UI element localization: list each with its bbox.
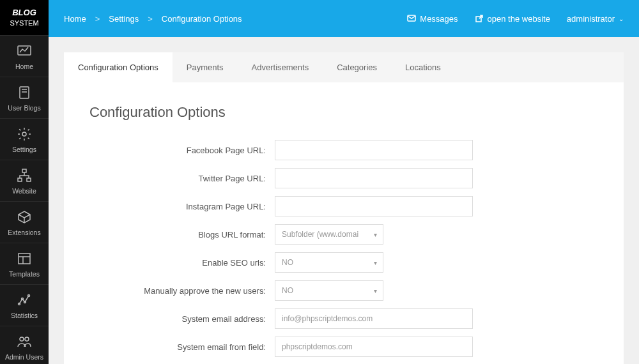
approve-users-select[interactable]: NO: [275, 280, 383, 301]
seo-urls-select[interactable]: NO: [275, 252, 383, 273]
svg-rect-6: [18, 178, 22, 181]
sidebar-item-statistics[interactable]: Statistics: [0, 284, 49, 326]
sitemap-icon: [17, 168, 32, 183]
instagram-url-input[interactable]: [275, 196, 473, 216]
svg-rect-5: [22, 169, 26, 172]
sidebar-item-user-blogs[interactable]: User Blogs: [0, 77, 49, 118]
sidebar-item-label: User Blogs: [8, 104, 40, 112]
label-approve: Manually approve the new users:: [89, 286, 275, 296]
label-from: System email from field:: [89, 342, 275, 352]
svg-rect-8: [19, 254, 30, 264]
box-icon: [17, 209, 32, 225]
sidebar-item-label: Statistics: [11, 312, 38, 319]
chart-icon: [17, 43, 32, 59]
facebook-url-input[interactable]: [275, 140, 473, 160]
blogs-icon: [17, 85, 32, 100]
svg-rect-7: [27, 178, 31, 181]
gear-icon: [17, 126, 32, 142]
users-icon: [17, 334, 32, 349]
breadcrumb-home[interactable]: Home: [64, 14, 86, 24]
svg-point-16: [25, 337, 29, 341]
svg-point-15: [20, 337, 24, 341]
tab-categories[interactable]: Categories: [323, 52, 391, 82]
blogs-format-select[interactable]: Subfolder (www.domai: [275, 224, 383, 245]
tab-payments[interactable]: Payments: [173, 52, 238, 82]
sidebar-item-label: Website: [12, 187, 36, 195]
tabs: Configuration Options Payments Advertise…: [64, 52, 624, 82]
message-icon: [407, 14, 416, 23]
label-email: System email address:: [89, 314, 275, 324]
sidebar-item-label: Extensions: [8, 229, 40, 236]
sidebar-item-label: Templates: [9, 270, 40, 278]
chevron-down-icon: ⌄: [619, 15, 624, 22]
sidebar-item-label: Home: [15, 63, 33, 70]
label-facebook: Facebook Page URL:: [89, 146, 275, 155]
stats-icon: [17, 292, 32, 308]
sidebar-item-templates[interactable]: Templates: [0, 243, 49, 284]
sidebar-item-website[interactable]: Website: [0, 160, 49, 201]
breadcrumb-current: Configuration Options: [162, 14, 242, 24]
system-email-input[interactable]: [275, 308, 473, 329]
email-from-input[interactable]: [275, 337, 473, 357]
sidebar-item-settings[interactable]: Settings: [0, 118, 49, 160]
tab-locations[interactable]: Locations: [391, 52, 455, 82]
label-twitter: Twitter Page URL:: [89, 174, 275, 183]
layout-icon: [17, 251, 32, 266]
administrator-dropdown[interactable]: administrator ⌄: [567, 14, 624, 24]
svg-rect-1: [20, 87, 29, 98]
tab-advertisements[interactable]: Advertisements: [238, 52, 323, 82]
svg-point-4: [22, 132, 26, 136]
label-seo: Enable SEO urls:: [89, 258, 275, 268]
messages-link[interactable]: Messages: [407, 14, 458, 24]
breadcrumb-settings[interactable]: Settings: [109, 14, 139, 24]
twitter-url-input[interactable]: [275, 168, 473, 188]
logo: BLOGSYSTEM: [0, 0, 49, 35]
open-website-link[interactable]: open the website: [475, 14, 550, 24]
label-blogs-format: Blogs URL format:: [89, 230, 275, 239]
sidebar-item-home[interactable]: Home: [0, 35, 49, 77]
sidebar-item-extensions[interactable]: Extensions: [0, 201, 49, 243]
external-icon: [475, 14, 484, 23]
breadcrumb: Home > Settings > Configuration Options: [64, 14, 242, 24]
sidebar-item-label: Settings: [12, 146, 36, 153]
sidebar-item-admin-users[interactable]: Admin Users: [0, 326, 49, 364]
label-instagram: Instagram Page URL:: [89, 202, 275, 211]
sidebar-item-label: Admin Users: [5, 353, 43, 361]
tab-configuration-options[interactable]: Configuration Options: [64, 52, 173, 82]
page-title: Configuration Options: [89, 104, 598, 121]
